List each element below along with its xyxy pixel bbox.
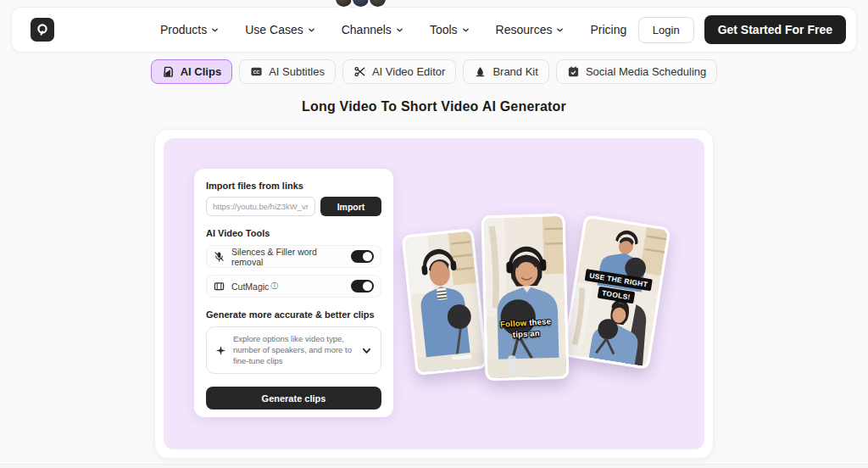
brand-logo[interactable] bbox=[31, 18, 54, 42]
tab-ai-clips[interactable]: AI Clips bbox=[151, 59, 232, 84]
nav-links: Products Use Cases Channels Tools Resour… bbox=[160, 23, 626, 36]
clip-scene: USE THE RIGHT TOOLS! bbox=[565, 217, 668, 366]
chevron-down-icon bbox=[556, 26, 564, 34]
toggle-knob bbox=[363, 252, 372, 261]
clip-icon bbox=[162, 65, 175, 78]
tab-brand-kit[interactable]: Brand Kit bbox=[463, 59, 548, 84]
chevron-down-icon bbox=[308, 26, 315, 34]
get-started-button[interactable]: Get Started For Free bbox=[704, 15, 846, 44]
chevron-down-icon bbox=[211, 26, 219, 34]
silences-filler-label: Silences & Filler word removal bbox=[231, 247, 344, 267]
nav-item-label: Use Cases bbox=[245, 23, 303, 36]
silences-toggle[interactable] bbox=[351, 250, 374, 263]
avatar bbox=[368, 0, 387, 8]
login-button[interactable]: Login bbox=[638, 17, 694, 43]
chevron-down-icon bbox=[361, 345, 372, 356]
tab-label: Brand Kit bbox=[492, 65, 537, 78]
cutmagic-row: CutMagic ⓘ bbox=[206, 275, 381, 298]
tab-ai-subtitles[interactable]: CC AI Subtitles bbox=[239, 59, 336, 84]
dropdown-placeholder: Explore options like video type, number … bbox=[233, 334, 354, 366]
ai-tools-label: AI Video Tools bbox=[206, 228, 381, 238]
info-icon[interactable]: ⓘ bbox=[270, 281, 278, 292]
toggle-label-text: Silences & Filler word removal bbox=[231, 247, 344, 267]
tab-label: AI Subtitles bbox=[269, 65, 325, 78]
tab-label: AI Clips bbox=[181, 65, 221, 78]
brand-icon bbox=[474, 65, 487, 78]
page-divider bbox=[0, 464, 868, 468]
toggle-label-text: CutMagic bbox=[231, 281, 269, 292]
nav-item-label: Resources bbox=[496, 23, 553, 36]
mute-voice-icon bbox=[214, 251, 225, 262]
clip-scene: Follow these tips an bbox=[484, 216, 567, 378]
tab-ai-video-editor[interactable]: AI Video Editor bbox=[342, 59, 456, 84]
nav-item-label: Tools bbox=[430, 23, 458, 36]
cutmagic-label: CutMagic ⓘ bbox=[231, 281, 344, 292]
import-row: Import bbox=[206, 197, 381, 216]
nav-item-label: Channels bbox=[342, 23, 392, 36]
navbar: Products Use Cases Channels Tools Resour… bbox=[11, 7, 857, 53]
clip-options-dropdown[interactable]: Explore options like video type, number … bbox=[206, 326, 381, 374]
podcast-woman-illustration bbox=[484, 216, 567, 378]
q-logo-icon bbox=[36, 23, 49, 36]
avatar-group bbox=[334, 0, 385, 8]
nav-item-resources[interactable]: Resources bbox=[496, 23, 565, 36]
podcast-man-illustration bbox=[404, 231, 485, 372]
chevron-down-icon bbox=[396, 26, 403, 34]
import-button[interactable]: Import bbox=[320, 197, 381, 216]
nav-item-pricing[interactable]: Pricing bbox=[590, 23, 626, 36]
svg-text:CC: CC bbox=[253, 70, 260, 75]
silences-filler-row: Silences & Filler word removal bbox=[206, 245, 381, 268]
nav-actions: Login Get Started For Free bbox=[638, 15, 846, 44]
tab-social-media-scheduling[interactable]: Social Media Scheduling bbox=[556, 59, 717, 84]
generate-section-label: Generate more accurate & better clips bbox=[206, 309, 381, 320]
cutmagic-toggle[interactable] bbox=[351, 280, 374, 292]
nav-item-channels[interactable]: Channels bbox=[342, 23, 403, 36]
url-input[interactable] bbox=[206, 197, 315, 216]
cc-icon: CC bbox=[250, 65, 263, 78]
editor-icon bbox=[353, 65, 366, 78]
nav-item-products[interactable]: Products bbox=[160, 23, 219, 36]
generator-card: Import files from links Import AI Video … bbox=[154, 129, 714, 459]
feature-tabs: AI Clips CC AI Subtitles AI Video Editor… bbox=[0, 59, 868, 84]
generator-panel: Import files from links Import AI Video … bbox=[164, 138, 704, 449]
clip-scene bbox=[404, 231, 485, 372]
calendar-icon bbox=[567, 65, 580, 78]
page-title: Long Video To Short Video AI Generator bbox=[0, 99, 868, 114]
tool-panel: Import files from links Import AI Video … bbox=[194, 169, 393, 417]
caption-highlight: Follow bbox=[500, 318, 527, 329]
nav-item-use-cases[interactable]: Use Cases bbox=[245, 23, 314, 36]
scene-cut-icon bbox=[214, 281, 225, 292]
chevron-down-icon bbox=[462, 26, 470, 34]
tab-label: Social Media Scheduling bbox=[586, 65, 706, 78]
generate-clips-button[interactable]: Generate clips bbox=[206, 387, 381, 410]
nav-item-label: Pricing bbox=[590, 23, 626, 36]
toggle-knob bbox=[363, 281, 372, 291]
nav-item-tools[interactable]: Tools bbox=[430, 23, 470, 36]
nav-item-label: Products bbox=[160, 23, 207, 36]
sparkle-icon bbox=[215, 345, 226, 356]
subtitle-caption: Follow these tips an bbox=[486, 315, 565, 342]
caption-rest: these bbox=[526, 316, 551, 327]
clip-preview-3[interactable]: USE THE RIGHT TOOLS! bbox=[562, 214, 670, 370]
clip-preview-2[interactable]: Follow these tips an bbox=[481, 214, 569, 382]
clip-preview-1[interactable] bbox=[402, 228, 488, 376]
import-label: Import files from links bbox=[206, 181, 381, 191]
tab-label: AI Video Editor bbox=[372, 65, 445, 78]
